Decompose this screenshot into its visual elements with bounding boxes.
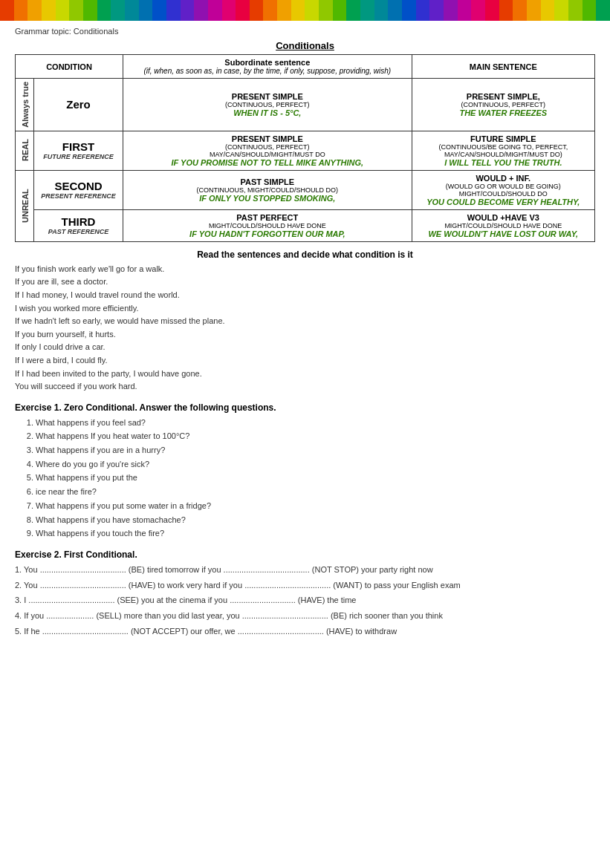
exercise1-item: ice near the fire?: [36, 485, 595, 499]
top-bar-stripe: [333, 0, 347, 21]
grammar-topic: Grammar topic: Conditionals: [15, 27, 595, 36]
subordinate-header: Subordinate sentence (if, when, as soon …: [123, 55, 412, 79]
exercise1-list: What happens if you feel sad?What happen…: [36, 416, 595, 541]
read-sentences-title: Read the sentences and decide what condi…: [15, 249, 595, 260]
sentence-item: If you are ill, see a doctor.: [15, 275, 595, 289]
subordinate-title: Subordinate sentence: [128, 58, 407, 67]
exercise2-title: Exercise 2. First Conditional.: [15, 549, 595, 560]
top-bar-stripe: [208, 0, 222, 21]
exercise1-item: What happens if you are in a hurry?: [36, 443, 595, 457]
top-bar-stripe: [236, 0, 250, 21]
top-bar-stripe: [0, 0, 14, 21]
condition-header: CONDITION: [16, 55, 123, 79]
sentence-item: If I were a bird, I could fly.: [15, 354, 595, 368]
top-bar-stripe: [346, 0, 360, 21]
sentence-item: If I had money, I would travel round the…: [15, 289, 595, 302]
top-bar-stripe: [374, 0, 389, 21]
top-bar-stripe: [499, 0, 513, 21]
top-bar-stripe: [194, 0, 208, 21]
top-bar-stripe: [56, 0, 70, 21]
top-bar-stripe: [27, 0, 42, 21]
top-bar-stripe: [416, 0, 430, 21]
top-bar-stripe: [291, 0, 305, 21]
sentences-list: If you finish work early we'll go for a …: [15, 263, 595, 394]
exercise1-item: What happens if you feel sad?: [36, 416, 595, 430]
sentence-item: I wish you worked more efficiently.: [15, 302, 595, 316]
zero-main-tense: PRESENT SIMPLE, (CONTINUOUS, PERFECT) TH…: [412, 79, 594, 131]
top-bar-stripe: [513, 0, 527, 21]
sentence-item: If only I could drive a car.: [15, 341, 595, 354]
top-bar-stripe: [97, 0, 111, 21]
first-main-tense: FUTURE SIMPLE (CONTINUOUS/BE GOING TO, P…: [412, 131, 594, 170]
top-bar-stripe: [596, 0, 610, 21]
top-bar-stripe: [166, 0, 181, 21]
top-bar-stripe: [388, 0, 402, 21]
sentence-item: If you finish work early we'll go for a …: [15, 263, 595, 276]
exercise2-item: 3. I ...................................…: [15, 593, 595, 607]
sentence-item: You will succeed if you work hard.: [15, 380, 595, 394]
unreal-label: UNREAL: [16, 170, 34, 241]
second-condition: SECOND PRESENT REFERENCE: [34, 170, 123, 209]
exercise1-item: What happens If you heat water to 100°C?: [36, 429, 595, 443]
top-bar-stripe: [263, 0, 277, 21]
table-row-second: UNREAL SECOND PRESENT REFERENCE PAST SIM…: [16, 170, 595, 209]
exercise1-item: Where do you go if you're sick?: [36, 457, 595, 471]
top-bar-stripe: [360, 0, 374, 21]
third-sub-tense: PAST PERFECT MIGHT/COULD/SHOULD HAVE DON…: [123, 209, 412, 241]
sentence-item: If you burn yourself, it hurts.: [15, 328, 595, 342]
main-title: Conditionals: [15, 40, 595, 51]
top-bar-stripe: [458, 0, 472, 21]
third-condition: THIRD PAST REFERENCE: [34, 209, 123, 241]
top-bar-stripe: [402, 0, 416, 21]
top-bar-stripe: [111, 0, 125, 21]
real-label: REAL: [16, 131, 34, 170]
second-sub-tense: PAST SIMPLE (CONTINUOUS, MIGHT/COULD/SHO…: [123, 170, 412, 209]
top-bar-stripe: [152, 0, 166, 21]
top-bar-stripe: [222, 0, 236, 21]
top-bar-stripe: [583, 0, 597, 21]
top-bar-stripe: [527, 0, 541, 21]
exercise1-item: What happens if you have stomachache?: [36, 513, 595, 527]
top-bar-stripe: [319, 0, 333, 21]
exercise2-list: 1. You .................................…: [15, 563, 595, 638]
zero-condition: Zero: [34, 79, 123, 131]
sentence-item: If I had been invited to the party, I wo…: [15, 368, 595, 381]
top-bar-stripe: [554, 0, 568, 21]
top-bar-stripe: [181, 0, 195, 21]
top-bar-stripe: [444, 0, 458, 21]
second-main-tense: WOULD + INF. (WOULD GO OR WOULD BE GOING…: [412, 170, 594, 209]
sentence-item: If we hadn't left so early, we would hav…: [15, 315, 595, 328]
third-main-tense: WOULD +HAVE V3 MIGHT/COULD/SHOULD HAVE D…: [412, 209, 594, 241]
subordinate-subtitle: (if, when, as soon as, in case, by the t…: [128, 67, 407, 75]
table-row-third: THIRD PAST REFERENCE PAST PERFECT MIGHT/…: [16, 209, 595, 241]
table-header-row: CONDITION Subordinate sentence (if, when…: [16, 55, 595, 79]
main-sentence-header: MAIN SENTENCE: [412, 55, 594, 79]
exercise2-item: 4. If you ..................... (SELL) m…: [15, 609, 595, 623]
top-bar-stripe: [485, 0, 499, 21]
zero-sub-tense: PRESENT SIMPLE (CONTINUOUS, PERFECT) WHE…: [123, 79, 412, 131]
exercise2-item: 5. If he ...............................…: [15, 624, 595, 639]
top-bar-stripe: [568, 0, 583, 21]
always-true-label: Always true: [16, 79, 34, 131]
top-bar-stripe: [14, 0, 28, 21]
conditionals-table: CONDITION Subordinate sentence (if, when…: [15, 54, 595, 242]
top-bar: [0, 0, 610, 21]
exercise1-title: Exercise 1. Zero Conditional. Answer the…: [15, 402, 595, 413]
exercise2-item: 2. You .................................…: [15, 578, 595, 593]
top-bar-stripe: [541, 0, 555, 21]
top-bar-stripe: [277, 0, 291, 21]
first-condition: FIRST FUTURE REFERENCE: [34, 131, 123, 170]
conditionals-table-wrapper: CONDITION Subordinate sentence (if, when…: [15, 54, 595, 242]
top-bar-stripe: [305, 0, 319, 21]
exercise2-item: 1. You .................................…: [15, 563, 595, 577]
top-bar-stripe: [250, 0, 264, 21]
table-row-zero: Always true Zero PRESENT SIMPLE (CONTINU…: [16, 79, 595, 131]
first-sub-tense: PRESENT SIMPLE (CONTINUOUS, PERFECT) MAY…: [123, 131, 412, 170]
top-bar-stripe: [139, 0, 153, 21]
top-bar-stripe: [471, 0, 485, 21]
top-bar-stripe: [83, 0, 97, 21]
table-row-first: REAL FIRST FUTURE REFERENCE PRESENT SIMP…: [16, 131, 595, 170]
top-bar-stripe: [125, 0, 139, 21]
top-bar-stripe: [69, 0, 83, 21]
top-bar-stripe: [429, 0, 444, 21]
